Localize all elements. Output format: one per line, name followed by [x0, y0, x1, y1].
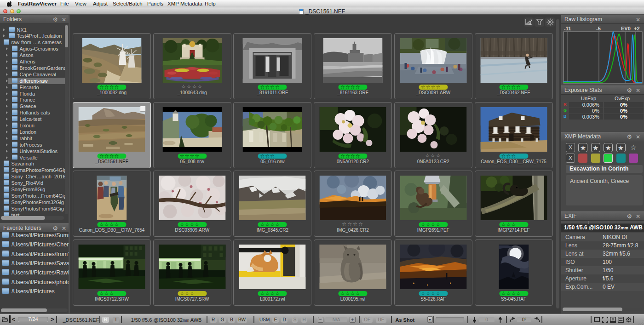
- svg-text:-11: -11: [564, 26, 571, 31]
- svg-text:EV0: EV0: [621, 26, 631, 31]
- svg-text:+2: +2: [634, 26, 640, 31]
- svg-text:-5: -5: [596, 26, 601, 31]
